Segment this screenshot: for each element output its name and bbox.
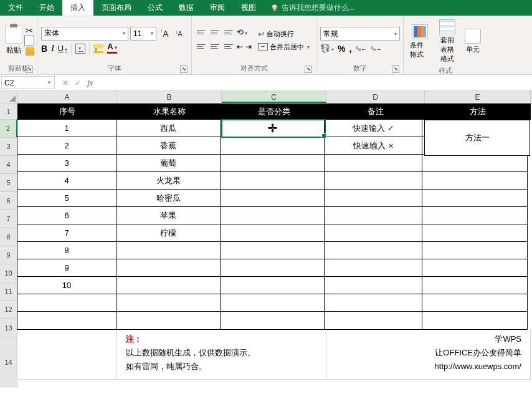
cell[interactable]: 香蕉 [116,137,221,155]
col-header-d[interactable]: D [326,91,425,103]
cell[interactable]: 苹果 [116,206,221,224]
cell[interactable] [422,189,528,207]
cell[interactable] [422,259,528,277]
fill-color-button[interactable] [93,44,103,53]
cell[interactable]: 火龙果 [116,171,221,190]
cell[interactable]: 快速输入 [324,119,422,137]
header-cell[interactable]: 备注 [326,103,425,120]
cell[interactable] [17,330,117,380]
orientation-button[interactable] [237,27,247,37]
menu-layout[interactable]: 页面布局 [93,0,140,16]
font-launcher[interactable]: ⬊ [180,65,188,73]
cell[interactable] [220,171,325,190]
cell[interactable] [220,241,325,259]
cell[interactable]: 西瓜 [116,119,221,137]
fx-icon[interactable]: fx [87,78,93,88]
row-header[interactable]: 11 [0,282,17,301]
font-name-select[interactable]: 宋体 [41,27,128,41]
cell[interactable] [422,224,528,242]
cell[interactable] [324,294,422,312]
row-header[interactable]: 8 [0,228,17,246]
clipboard-launcher[interactable]: ⬊ [26,65,33,73]
row-header[interactable]: 7 [0,210,17,228]
name-box[interactable]: C2▼ [1,76,55,89]
cell[interactable] [220,154,325,172]
copy-icon[interactable] [26,37,34,46]
row-header[interactable]: 13 [0,319,17,337]
percent-button[interactable]: % [338,44,345,54]
cell[interactable] [220,206,325,224]
cell[interactable] [116,241,221,259]
cell[interactable] [220,224,325,242]
align-launcher[interactable]: ⬊ [305,65,312,73]
cell[interactable] [116,311,221,330]
cell[interactable] [220,311,325,330]
cell[interactable] [220,294,325,312]
header-cell[interactable]: 序号 [17,103,117,120]
currency-button[interactable] [320,44,334,53]
row-header[interactable]: 4 [0,156,17,174]
merge-center-button[interactable]: 合并后居中 [258,42,310,52]
cell[interactable] [422,171,528,190]
cell[interactable]: 8 [17,241,116,259]
number-format-select[interactable]: 常规 [320,27,400,41]
font-size-select[interactable]: 11 [130,27,156,41]
menu-view[interactable]: 视图 [233,0,264,16]
increase-decimal-button[interactable] [356,44,367,53]
cell[interactable]: 5 [17,189,116,207]
cell[interactable] [324,224,422,242]
cell[interactable] [324,241,422,259]
select-all-corner[interactable] [0,91,17,103]
align-top-button[interactable] [196,27,207,37]
italic-button[interactable]: I [51,44,54,54]
cell[interactable] [324,206,422,224]
footer-credit-cell[interactable]: 学WPS 让OFFICE办公变得简单 http://www.xuewps.com… [326,330,531,380]
formula-input[interactable] [99,75,532,90]
cell[interactable] [220,276,325,294]
cell[interactable]: 柠檬 [116,224,221,242]
cell[interactable]: 葡萄 [116,154,221,172]
header-cell[interactable]: 水果名称 [117,103,222,120]
border-button[interactable] [75,44,85,54]
font-color-button[interactable]: A [107,43,116,54]
cell[interactable] [17,294,116,312]
formula-cancel-icon[interactable] [62,79,69,87]
underline-button[interactable]: U [58,44,67,53]
cell[interactable] [220,137,325,155]
wrap-text-button[interactable]: 自动换行 [258,29,310,39]
cut-icon[interactable] [26,26,34,36]
menu-insert[interactable]: 插入 [62,0,93,16]
footer-note-cell[interactable]: 注： 以上数据随机生成，仅供数据演示。 如有雷同，纯属巧合。 [117,330,326,380]
cell[interactable]: ✛ [220,119,325,137]
col-header-b[interactable]: B [117,91,222,103]
paste-button[interactable]: 粘贴 [4,24,24,57]
cell[interactable] [116,259,221,277]
cell[interactable] [324,259,422,277]
cell[interactable] [116,276,221,294]
formula-enter-icon[interactable] [75,79,81,87]
cell[interactable]: 9 [17,259,116,277]
format-as-table-button[interactable]: 套用 表格格式 [435,18,460,65]
cell[interactable] [116,294,221,312]
align-center-button[interactable] [209,42,221,52]
cell[interactable]: 6 [17,206,116,224]
col-header-c[interactable]: C [222,91,326,103]
cell[interactable] [422,241,528,259]
increase-indent-button[interactable] [245,42,252,51]
cell[interactable] [324,171,422,190]
cell[interactable] [422,154,528,172]
number-launcher[interactable]: ⬊ [392,65,399,73]
cell[interactable] [422,206,528,224]
cell[interactable] [324,311,422,330]
menu-formula[interactable]: 公式 [140,0,171,16]
cell[interactable]: 3 [17,154,116,172]
row-header[interactable]: 9 [0,246,17,264]
cell[interactable]: 快速输入 [324,137,422,155]
col-header-e[interactable]: E [425,91,531,103]
align-left-button[interactable] [196,42,207,52]
cell[interactable]: 哈密瓜 [116,189,221,207]
shrink-font-button[interactable] [173,27,185,40]
align-right-button[interactable] [223,42,234,52]
align-middle-button[interactable] [209,27,221,37]
header-cell[interactable]: 是否分类 [222,103,326,120]
